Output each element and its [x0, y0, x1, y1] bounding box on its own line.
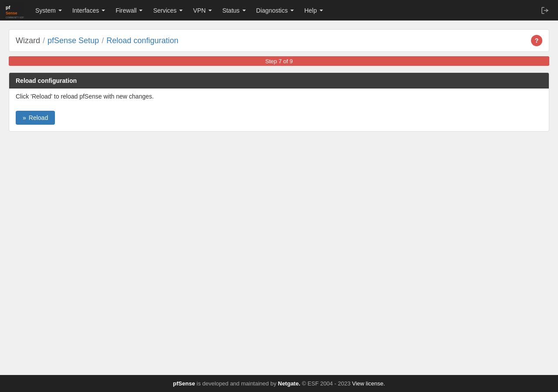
vpn-caret-icon	[208, 10, 212, 11]
nav-link-diagnostics[interactable]: Diagnostics	[251, 1, 299, 20]
svg-text:COMMUNITY EDITION: COMMUNITY EDITION	[6, 16, 24, 19]
nav-link-firewall[interactable]: Firewall	[110, 1, 148, 20]
nav-label-firewall: Firewall	[116, 7, 136, 14]
status-caret-icon	[242, 10, 246, 11]
interfaces-caret-icon	[102, 10, 105, 11]
navbar: pf Sense COMMUNITY EDITION System Interf…	[0, 0, 558, 20]
nav-link-interfaces[interactable]: Interfaces	[67, 1, 110, 20]
main-content: Wizard / pfSense Setup / Reload configur…	[0, 20, 558, 375]
panel-heading: Reload configuration	[9, 73, 549, 89]
reload-button[interactable]: » Reload	[16, 111, 55, 125]
breadcrumb-wizard: Wizard	[16, 36, 40, 45]
diagnostics-caret-icon	[290, 10, 294, 11]
breadcrumb-reload-config[interactable]: Reload configuration	[106, 36, 178, 45]
panel-info-text: Click 'Reload' to reload pfSense with ne…	[9, 89, 549, 104]
nav-item-status[interactable]: Status	[217, 1, 251, 20]
nav-item-interfaces[interactable]: Interfaces	[67, 1, 110, 20]
logout-button[interactable]	[536, 2, 554, 19]
breadcrumb: Wizard / pfSense Setup / Reload configur…	[16, 36, 178, 45]
nav-item-system[interactable]: System	[30, 1, 67, 20]
footer-text1: is developed and maintained by	[195, 380, 278, 387]
nav-link-status[interactable]: Status	[217, 1, 251, 20]
footer: pfSense is developed and maintained by N…	[0, 375, 558, 392]
logout-icon	[541, 6, 549, 15]
progress-text: Step 7 of 9	[265, 58, 293, 65]
footer-license-link[interactable]: View license.	[352, 380, 385, 387]
footer-text2: © ESF 2004 - 2023	[300, 380, 352, 387]
nav-label-help: Help	[304, 7, 317, 14]
nav-item-services[interactable]: Services	[148, 1, 188, 20]
nav-menu: System Interfaces Firewall Services	[30, 1, 536, 20]
nav-label-diagnostics: Diagnostics	[256, 7, 288, 14]
reload-config-panel: Reload configuration Click 'Reload' to r…	[9, 72, 549, 132]
system-caret-icon	[58, 10, 62, 11]
breadcrumb-sep-1: /	[43, 36, 45, 45]
nav-label-status: Status	[222, 7, 240, 14]
breadcrumb-panel: Wizard / pfSense Setup / Reload configur…	[9, 29, 549, 52]
svg-text:pf: pf	[6, 5, 10, 10]
reload-button-label: Reload	[29, 114, 48, 121]
brand-logo[interactable]: pf Sense COMMUNITY EDITION	[4, 2, 26, 19]
nav-item-diagnostics[interactable]: Diagnostics	[251, 1, 299, 20]
help-caret-icon	[320, 10, 323, 11]
nav-label-interfaces: Interfaces	[72, 7, 99, 14]
progress-bar-container: Step 7 of 9	[9, 56, 549, 66]
footer-brand: pfSense	[173, 380, 195, 387]
firewall-caret-icon	[139, 10, 143, 11]
nav-link-vpn[interactable]: VPN	[188, 1, 217, 20]
nav-label-services: Services	[153, 7, 177, 14]
nav-item-vpn[interactable]: VPN	[188, 1, 217, 20]
nav-link-system[interactable]: System	[30, 1, 67, 20]
svg-text:Sense: Sense	[6, 11, 17, 15]
nav-item-firewall[interactable]: Firewall	[110, 1, 148, 20]
nav-label-system: System	[35, 7, 56, 14]
breadcrumb-sep-2: /	[102, 36, 104, 45]
nav-link-services[interactable]: Services	[148, 1, 188, 20]
progress-bar-fill: Step 7 of 9	[9, 56, 549, 66]
chevron-right-icon: »	[23, 114, 26, 121]
nav-item-help[interactable]: Help	[299, 1, 328, 20]
services-caret-icon	[179, 10, 183, 11]
help-button[interactable]: ?	[531, 35, 542, 46]
nav-label-vpn: VPN	[193, 7, 206, 14]
nav-link-help[interactable]: Help	[299, 1, 328, 20]
breadcrumb-pfsense-setup[interactable]: pfSense Setup	[48, 36, 99, 45]
footer-maintainer: Netgate.	[278, 380, 300, 387]
